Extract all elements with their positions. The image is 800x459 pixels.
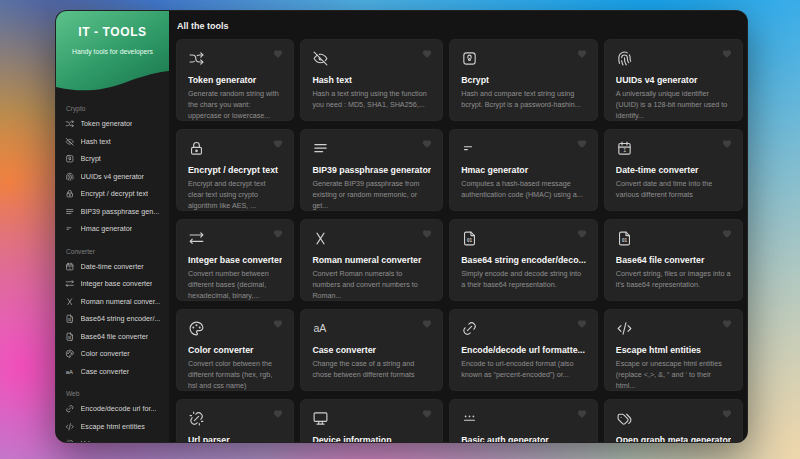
tool-card[interactable]: 01 Base64 string encoder/deco... Simply … — [449, 219, 598, 301]
short-lines-icon — [461, 140, 478, 157]
sidebar-item[interactable]: Escape html entities — [65, 418, 160, 436]
favorite-heart-icon[interactable] — [273, 229, 283, 239]
tool-card-title: Encode/decode url formatte... — [461, 345, 586, 355]
tool-card-description: Computes a hash-based message authentica… — [461, 179, 586, 201]
favorite-heart-icon[interactable] — [577, 229, 587, 239]
tool-card[interactable]: Roman numeral converter Convert Roman nu… — [300, 219, 443, 301]
sidebar-item[interactable]: Encode/decode url for... — [65, 400, 160, 418]
letter-x-icon — [312, 230, 329, 247]
tool-card-title: Date-time converter — [616, 165, 731, 175]
tool-card[interactable]: BIP39 passphrase generator Generate BIP3… — [300, 129, 443, 211]
favorite-heart-icon[interactable] — [577, 139, 587, 149]
sidebar-item-label: UUIDs v4 generator — [81, 172, 145, 181]
sidebar-item-label: Token generator — [81, 119, 133, 128]
tool-card[interactable]: Encode/decode url formatte... Encode to … — [449, 309, 598, 391]
fingerprint-icon — [616, 50, 633, 67]
short-lines-icon — [65, 224, 75, 234]
fingerprint-icon — [65, 172, 75, 182]
favorite-heart-icon[interactable] — [722, 49, 732, 59]
favorite-heart-icon[interactable] — [577, 49, 587, 59]
sidebar-item-label: Hash text — [81, 137, 111, 146]
svg-text:01: 01 — [622, 238, 628, 243]
sidebar-item[interactable]: Roman numeral conver... — [65, 293, 160, 311]
tool-card[interactable]: Color converter Convert color between th… — [176, 309, 294, 391]
favorite-heart-icon[interactable] — [722, 229, 732, 239]
shuffle-icon — [188, 50, 205, 67]
sidebar-item[interactable]: 01 Base64 file converter — [65, 328, 160, 346]
favorite-heart-icon[interactable] — [273, 49, 283, 59]
favorite-heart-icon[interactable] — [722, 319, 732, 329]
tool-card[interactable]: aA Case converter Change the case of a s… — [300, 309, 443, 391]
tool-card[interactable]: Token generator Generate random string w… — [176, 39, 294, 121]
app-logo[interactable]: IT - TOOLS Handy tools for developers — [56, 11, 169, 91]
tool-card[interactable]: Encrypt / decrypt text Encrypt and decry… — [176, 129, 294, 211]
page-title: All the tools — [177, 21, 740, 31]
tool-card[interactable]: Hash text Hash a text string using the f… — [300, 39, 443, 121]
sidebar-item[interactable]: Hash text — [65, 133, 160, 151]
tool-card-description: Generate BIP39 passphrase from existing … — [312, 179, 431, 211]
favorite-heart-icon[interactable] — [273, 319, 283, 329]
sidebar-item[interactable]: aA Case converter — [65, 363, 160, 381]
sidebar-section-label: Crypto — [66, 105, 160, 112]
favorite-heart-icon[interactable] — [422, 139, 432, 149]
tool-card[interactable]: Integer base converter Convert number be… — [176, 219, 294, 301]
favorite-heart-icon[interactable] — [722, 409, 732, 419]
svg-text:1: 1 — [69, 265, 71, 269]
main-content: All the tools Token generator Generate r… — [169, 11, 747, 442]
lock-square-icon — [461, 50, 478, 67]
favorite-heart-icon[interactable] — [422, 319, 432, 329]
tool-card-description: A universally unique identifier (UUID) i… — [616, 89, 731, 121]
sidebar-item[interactable]: 01 Base64 string encoder/... — [65, 310, 160, 328]
header-wave-decoration — [56, 70, 169, 92]
favorite-heart-icon[interactable] — [577, 319, 587, 329]
tool-card[interactable]: Url parser Parse an url string to get al… — [176, 399, 294, 442]
sidebar-item[interactable]: Bcrypt — [65, 150, 160, 168]
tool-card[interactable]: Escape html entities Escape or unescape … — [604, 309, 743, 391]
favorite-heart-icon[interactable] — [273, 139, 283, 149]
app-title: IT - TOOLS — [56, 11, 169, 39]
tool-card[interactable]: Device information Get information about… — [300, 399, 443, 442]
favorite-heart-icon[interactable] — [273, 409, 283, 419]
tool-card-title: UUIDs v4 generator — [616, 75, 731, 85]
svg-text:aA: aA — [314, 322, 328, 334]
tool-card-description: Encode to url-encoded format (also known… — [461, 359, 586, 381]
sidebar-item[interactable]: Color converter — [65, 345, 160, 363]
tool-card[interactable]: UUIDs v4 generator A universally unique … — [604, 39, 743, 121]
sidebar-item[interactable]: Hmac generator — [65, 220, 160, 238]
sidebar-item-label: Color converter — [81, 349, 130, 358]
monitor-icon — [312, 410, 329, 427]
sidebar-item[interactable]: Integer base converter — [65, 275, 160, 293]
sidebar-item[interactable]: Url parser — [65, 435, 160, 442]
file-icon: 01 — [616, 230, 633, 247]
tool-card-title: Bcrypt — [461, 75, 586, 85]
tool-card[interactable]: Basic auth generator Generate a base64 b… — [449, 399, 598, 442]
sidebar-item-label: Encrypt / decrypt text — [81, 189, 149, 198]
sidebar-item[interactable]: Encrypt / decrypt text — [65, 185, 160, 203]
sidebar-item[interactable]: 1 Date-time converter — [65, 258, 160, 276]
lock-icon — [65, 189, 75, 199]
tool-card-title: BIP39 passphrase generator — [312, 165, 431, 175]
tool-card-description: Convert Roman numerals to numbers and co… — [312, 269, 431, 301]
tool-card-description: Convert number between different bases (… — [188, 269, 282, 301]
tool-card[interactable]: Hmac generator Computes a hash-based mes… — [449, 129, 598, 211]
file-icon: 01 — [65, 314, 75, 324]
sidebar-item[interactable]: Token generator — [65, 115, 160, 133]
favorite-heart-icon[interactable] — [422, 49, 432, 59]
sidebar-item-label: Case converter — [81, 367, 130, 376]
tool-card-title: Open graph meta generator — [616, 435, 731, 442]
link-broken-icon — [65, 439, 75, 442]
sidebar-item[interactable]: UUIDs v4 generator — [65, 168, 160, 186]
list-lines-icon — [312, 140, 329, 157]
tool-card-description: Escape or unescape html entities (replac… — [616, 359, 731, 391]
sidebar-item[interactable]: BIP39 passphrase gen... — [65, 203, 160, 221]
tool-card[interactable]: 01 Base64 file converter Convert string,… — [604, 219, 743, 301]
tool-card[interactable]: Open graph meta generator Generate open-… — [604, 399, 743, 442]
favorite-heart-icon[interactable] — [722, 139, 732, 149]
sidebar-item-label: Base64 string encoder/... — [81, 314, 161, 323]
favorite-heart-icon[interactable] — [422, 229, 432, 239]
tool-card[interactable]: 1 Date-time converter Convert date and t… — [604, 129, 743, 211]
tool-card-title: Base64 file converter — [616, 255, 731, 265]
favorite-heart-icon[interactable] — [577, 409, 587, 419]
tool-card[interactable]: Bcrypt Hash and compare text string usin… — [449, 39, 598, 121]
favorite-heart-icon[interactable] — [422, 409, 432, 419]
